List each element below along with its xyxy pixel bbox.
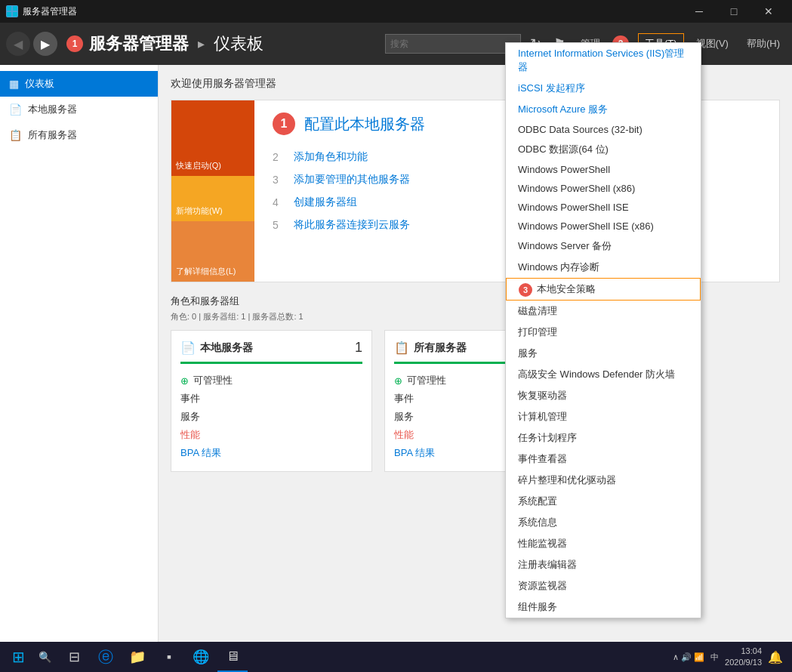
step-3-link[interactable]: 添加要管理的其他服务器 <box>294 173 410 186</box>
network-icon: 🌐 <box>193 649 209 665</box>
local-server-item-services[interactable]: 服务 <box>180 408 362 426</box>
dropdown-item-6[interactable]: Windows PowerShell (x86) <box>506 179 701 198</box>
dropdown-item-17[interactable]: 计算机管理 <box>506 406 701 427</box>
configure-badge: 1 <box>273 113 295 135</box>
dropdown-item-23[interactable]: 性能监视器 <box>506 533 701 554</box>
dropdown-item-12[interactable]: 磁盘清理 <box>506 301 701 322</box>
sidebar-label-dashboard: 仪表板 <box>25 77 54 91</box>
taskbar-ie[interactable]: ⓔ <box>91 642 121 672</box>
dropdown-item-18[interactable]: 任务计划程序 <box>506 427 701 449</box>
app-icon <box>6 5 18 17</box>
maximize-button[interactable]: □ <box>716 0 751 23</box>
new-feature-label: 新增功能(W) <box>176 205 223 217</box>
dropdown-item-2[interactable]: Microsoft Azure 服务 <box>506 99 701 120</box>
dropdown-item-25[interactable]: 资源监视器 <box>506 575 701 596</box>
notification-icon[interactable]: 🔔 <box>768 650 783 664</box>
minimize-button[interactable]: ─ <box>682 0 716 23</box>
all-manageable-label: 可管理性 <box>407 374 446 387</box>
learn-more-section[interactable]: 了解详细信息(L) <box>171 221 254 282</box>
dropdown-item-16[interactable]: 恢复驱动器 <box>506 385 701 406</box>
server-manager-icon: 🖥 <box>226 649 239 664</box>
forward-button[interactable]: ▶ <box>33 32 57 56</box>
window-controls: ─ □ ✕ <box>682 0 786 23</box>
configure-title: 配置此本地服务器 <box>304 114 425 134</box>
events-label: 事件 <box>180 392 200 405</box>
app-breadcrumb-title: 服务器管理器 <box>89 32 189 55</box>
help-menu[interactable]: 帮助(H) <box>741 34 786 54</box>
all-bpa-label: BPA 结果 <box>394 446 435 460</box>
breadcrumb-page: 仪表板 <box>214 32 263 55</box>
dropdown-item-21[interactable]: 系统配置 <box>506 491 701 512</box>
system-tray-icons: ∧ 🔊 📶 <box>673 652 704 662</box>
sidebar-item-all-servers[interactable]: 📋 所有服务器 <box>0 122 158 148</box>
dropdown-item-13[interactable]: 打印管理 <box>506 322 701 343</box>
dropdown-item-7[interactable]: Windows PowerShell ISE <box>506 198 701 217</box>
step-2-link[interactable]: 添加角色和功能 <box>294 150 368 164</box>
welcome-left-nav: 快速启动(Q) 新增功能(W) 了解详细信息(L) <box>171 100 254 282</box>
performance-label: 性能 <box>180 428 200 442</box>
new-feature-section[interactable]: 新增功能(W) <box>171 176 254 221</box>
sidebar-item-dashboard[interactable]: ▦ 仪表板 <box>0 71 158 97</box>
all-servers-card-title: 所有服务器 <box>414 341 467 355</box>
all-servers-icon: 📋 <box>9 129 22 141</box>
dropdown-item-24[interactable]: 注册表编辑器 <box>506 554 701 575</box>
local-server-icon: 📄 <box>9 103 22 116</box>
taskbar-clock: 13:04 2020/9/13 <box>725 646 762 669</box>
windows-logo-icon: ⊞ <box>12 648 25 666</box>
all-performance-label: 性能 <box>394 428 414 442</box>
dashboard-icon: ▦ <box>9 78 19 90</box>
dropdown-item-14[interactable]: 服务 <box>506 343 701 364</box>
taskbar-network[interactable]: 🌐 <box>186 642 216 672</box>
local-server-item-performance[interactable]: 性能 <box>180 426 362 444</box>
back-button[interactable]: ◀ <box>6 32 30 56</box>
dropdown-item-9[interactable]: Windows Server 备份 <box>506 236 701 257</box>
toolbar-search-input[interactable] <box>385 34 521 54</box>
taskbar-search-button[interactable]: 🔍 <box>33 646 56 668</box>
start-button[interactable]: ⊞ <box>3 642 33 672</box>
dropdown-item-19[interactable]: 事件查看器 <box>506 449 701 470</box>
dropdown-item-20[interactable]: 碎片整理和优化驱动器 <box>506 470 701 491</box>
local-server-item-bpa[interactable]: BPA 结果 <box>180 444 362 462</box>
sidebar-item-local-server[interactable]: 📄 本地服务器 <box>0 97 158 122</box>
svg-rect-3 <box>13 12 17 17</box>
all-servers-card-icon: 📋 <box>394 341 409 355</box>
cmd-icon: ▪ <box>167 649 171 665</box>
dropdown-item-0[interactable]: Internet Information Services (IIS)管理器 <box>506 43 701 78</box>
svg-rect-2 <box>7 12 11 17</box>
breadcrumb-separator: ▸ <box>198 35 205 52</box>
tools-dropdown-menu: Internet Information Services (IIS)管理器iS… <box>505 42 701 618</box>
dropdown-item-5[interactable]: Windows PowerShell <box>506 160 701 179</box>
dropdown-item-15[interactable]: 高级安全 Windows Defender 防火墙 <box>506 364 701 385</box>
step-4-link[interactable]: 创建服务器组 <box>294 196 357 209</box>
svg-rect-0 <box>7 6 11 11</box>
clock-date: 2020/9/13 <box>725 657 762 668</box>
sidebar-label-local-server: 本地服务器 <box>28 103 77 116</box>
ie-icon: ⓔ <box>98 647 113 667</box>
taskbar-cmd[interactable]: ▪ <box>154 642 184 672</box>
manageable-label: 可管理性 <box>193 374 233 387</box>
dropdown-item-10[interactable]: Windows 内存诊断 <box>506 257 701 278</box>
svg-rect-1 <box>13 6 17 11</box>
step-5-link[interactable]: 将此服务器连接到云服务 <box>294 218 410 232</box>
all-events-label: 事件 <box>394 392 414 405</box>
taskbar-task-view[interactable]: ⊟ <box>59 642 89 672</box>
clock-time: 13:04 <box>725 646 762 657</box>
local-server-green-bar <box>180 362 362 364</box>
dropdown-item-3[interactable]: ODBC Data Sources (32-bit) <box>506 120 701 139</box>
dropdown-item-8[interactable]: Windows PowerShell ISE (x86) <box>506 217 701 236</box>
quick-start-label: 快速启动(Q) <box>176 160 221 171</box>
quick-start-section[interactable]: 快速启动(Q) <box>171 100 254 176</box>
dropdown-item-1[interactable]: iSCSI 发起程序 <box>506 78 701 99</box>
dropdown-item-4[interactable]: ODBC 数据源(64 位) <box>506 139 701 160</box>
taskbar-right: ∧ 🔊 📶 中 13:04 2020/9/13 🔔 <box>673 646 789 669</box>
taskbar-file-explorer[interactable]: 📁 <box>122 642 153 672</box>
taskbar-server-manager[interactable]: 🖥 <box>217 642 248 672</box>
dropdown-item-11[interactable]: 3本地安全策略 <box>506 278 701 301</box>
local-server-item-manageable[interactable]: ⊕ 可管理性 <box>180 371 362 390</box>
task-view-icon: ⊟ <box>69 649 80 665</box>
dropdown-item-26[interactable]: 组件服务 <box>506 596 701 618</box>
all-manageable-icon: ⊕ <box>394 375 402 387</box>
local-server-item-events[interactable]: 事件 <box>180 390 362 408</box>
close-button[interactable]: ✕ <box>751 0 786 23</box>
dropdown-item-22[interactable]: 系统信息 <box>506 512 701 533</box>
